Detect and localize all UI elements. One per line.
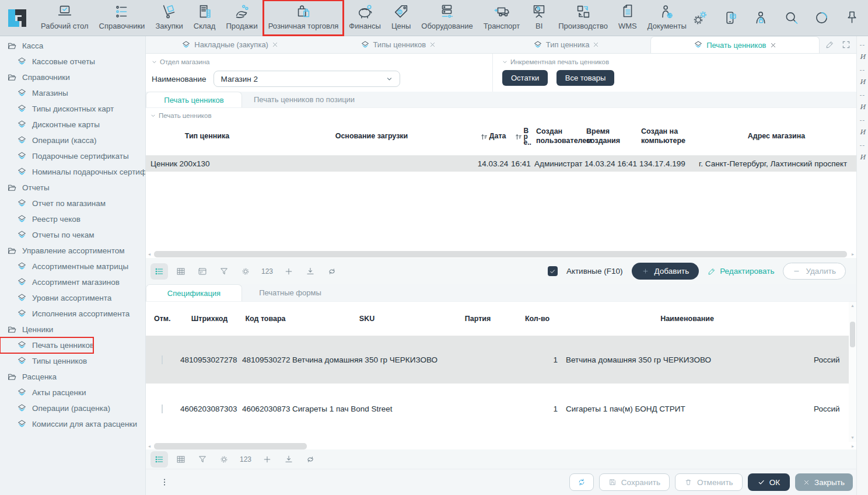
- tree-item[interactable]: Типы ценников: [0, 353, 145, 369]
- tree-item[interactable]: Управление ассортиментом: [0, 243, 145, 259]
- filter-icon[interactable]: [194, 451, 211, 468]
- col-header-barcode[interactable]: Штрихкод: [178, 313, 240, 324]
- scroll-left-arrow[interactable]: ◂: [146, 252, 153, 257]
- numbering-icon[interactable]: 123: [237, 451, 254, 468]
- list-view-icon[interactable]: [150, 451, 168, 468]
- tree-item[interactable]: Кассовые отчеты: [0, 54, 145, 69]
- tree-item[interactable]: Ассортимент магазинов: [0, 274, 145, 290]
- more-options-icon[interactable]: [160, 477, 169, 487]
- add-button[interactable]: Добавить: [632, 263, 699, 280]
- tree-item[interactable]: Реестр чеков: [0, 211, 145, 227]
- settings-gear-icon[interactable]: [237, 263, 254, 280]
- incremental-section-header[interactable]: Инкрементная печать ценников: [502, 58, 620, 65]
- tree-item[interactable]: Расценка: [0, 369, 145, 385]
- tree-item[interactable]: Уровни ассортимента: [0, 290, 145, 306]
- col-header-mark[interactable]: Отм.: [146, 313, 178, 324]
- view-tab[interactable]: Печать ценников: [146, 92, 242, 107]
- col-header-type[interactable]: Тип ценника: [146, 131, 268, 142]
- grid-view-icon[interactable]: [172, 451, 190, 468]
- document-tab[interactable]: Печать ценников: [650, 36, 820, 53]
- col-header-code[interactable]: Код товара: [240, 313, 290, 324]
- add-column-icon[interactable]: [280, 263, 298, 280]
- scroll-down-arrow[interactable]: ▼: [850, 434, 855, 442]
- tree-item[interactable]: Комиссии для акта расценки: [0, 416, 145, 432]
- view-tab[interactable]: Печать ценников по позиции: [242, 92, 366, 107]
- store-section-header[interactable]: Отдел магазина: [152, 58, 492, 65]
- col-header-computer[interactable]: Создан на компьютере: [639, 126, 696, 147]
- specification-row[interactable]: 4810953027278 48109530272 Ветчина домашн…: [146, 336, 856, 384]
- tree-item[interactable]: Магазины: [0, 85, 145, 101]
- close-icon[interactable]: [770, 42, 776, 48]
- col-header-address[interactable]: Адрес магазина: [696, 131, 856, 142]
- tree-item[interactable]: Ценники: [0, 322, 145, 337]
- tree-item[interactable]: Печать ценников: [0, 337, 93, 353]
- right-dock-rail[interactable]: -- И -- И -- И -- И -- И: [856, 36, 868, 495]
- scrollbar-thumb[interactable]: [154, 443, 307, 449]
- menu-item[interactable]: Документы: [642, 0, 692, 36]
- tree-item[interactable]: Справочники: [0, 69, 145, 85]
- row-checkbox[interactable]: [162, 355, 163, 364]
- filter-icon[interactable]: [215, 263, 233, 280]
- tree-item[interactable]: Операции (касса): [0, 133, 145, 148]
- ok-button[interactable]: ОК: [748, 473, 790, 491]
- col-header-basis[interactable]: Основание загрузки: [268, 131, 475, 142]
- refresh-sync-icon[interactable]: [323, 263, 341, 280]
- fullscreen-icon[interactable]: [842, 40, 850, 49]
- close-icon[interactable]: [593, 41, 599, 48]
- col-header-created[interactable]: Время создания: [584, 126, 639, 147]
- menu-item[interactable]: Производство: [553, 0, 613, 36]
- menu-item[interactable]: Оборудование: [416, 0, 478, 36]
- menu-item[interactable]: Финансы: [344, 0, 386, 36]
- close-button[interactable]: Закрыть: [795, 473, 853, 491]
- tree-item[interactable]: Отчеты: [0, 180, 145, 196]
- tree-item[interactable]: Номиналы подарочных сертифика: [0, 164, 145, 180]
- export-download-icon[interactable]: [280, 451, 298, 468]
- export-download-icon[interactable]: [302, 263, 319, 280]
- menu-item[interactable]: Склад: [188, 0, 221, 36]
- col-header-date[interactable]: Дата: [475, 131, 511, 142]
- tree-item[interactable]: Акты расценки: [0, 385, 145, 400]
- menu-item[interactable]: Цены: [386, 0, 416, 36]
- store-select[interactable]: Магазин 2: [214, 71, 400, 87]
- col-header-batch[interactable]: Партия: [443, 313, 512, 324]
- document-tab[interactable]: Тип ценника: [482, 36, 650, 53]
- tree-item[interactable]: Касса: [0, 38, 145, 54]
- list-view-icon[interactable]: [150, 263, 168, 280]
- scrollbar-track[interactable]: [153, 443, 849, 449]
- pencil-icon[interactable]: [825, 40, 834, 49]
- all-goods-button[interactable]: Все товары: [556, 70, 615, 86]
- scroll-left-arrow[interactable]: ◂: [146, 444, 153, 449]
- tree-item[interactable]: Отчет по магазинам: [0, 196, 145, 211]
- tree-item[interactable]: Операции (расценка): [0, 400, 145, 416]
- scroll-right-arrow[interactable]: ▸: [849, 252, 856, 257]
- col-header-sku[interactable]: SKU: [290, 313, 443, 324]
- spec-tab[interactable]: Спецификация: [146, 284, 242, 301]
- menu-item[interactable]: Транспорт: [478, 0, 526, 36]
- price-tag-row[interactable]: Ценник 200x130 14.03.24 16:41 Администра…: [146, 155, 856, 172]
- delete-button[interactable]: Удалить: [783, 263, 846, 280]
- menu-item[interactable]: WMS: [613, 0, 642, 36]
- document-tab[interactable]: Типы ценников: [314, 36, 482, 53]
- save-button[interactable]: Сохранить: [599, 473, 670, 491]
- sort-ascending-icon[interactable]: [514, 133, 522, 141]
- spec-tab[interactable]: Печатные формы: [242, 284, 338, 301]
- col-header-time[interactable]: Вре..: [511, 127, 534, 147]
- active-checkbox[interactable]: [548, 266, 558, 276]
- menu-item[interactable]: Справочники: [94, 0, 150, 36]
- col-header-user[interactable]: Создан пользователем: [534, 126, 584, 147]
- tree-item[interactable]: Исполнения ассортимента: [0, 306, 145, 322]
- tree-item[interactable]: Типы дисконтных карт: [0, 101, 145, 117]
- close-icon[interactable]: [429, 41, 436, 48]
- col-header-qty[interactable]: Кол-во: [512, 313, 562, 324]
- sort-ascending-icon[interactable]: [480, 133, 488, 141]
- tree-item[interactable]: Отчеты по чекам: [0, 227, 145, 243]
- scroll-up-arrow[interactable]: ▲: [850, 302, 855, 310]
- menu-item[interactable]: Розничная торговля: [263, 0, 344, 36]
- close-icon[interactable]: [272, 41, 278, 48]
- settings-gear-icon[interactable]: [215, 451, 233, 468]
- scroll-right-arrow[interactable]: ▸: [849, 444, 856, 449]
- tree-item[interactable]: Ассортиментные матрицы: [0, 259, 145, 274]
- edit-button[interactable]: Редактировать: [708, 267, 774, 276]
- scrollbar-track[interactable]: [153, 251, 849, 257]
- document-tab[interactable]: Накладные (закупка): [146, 36, 314, 53]
